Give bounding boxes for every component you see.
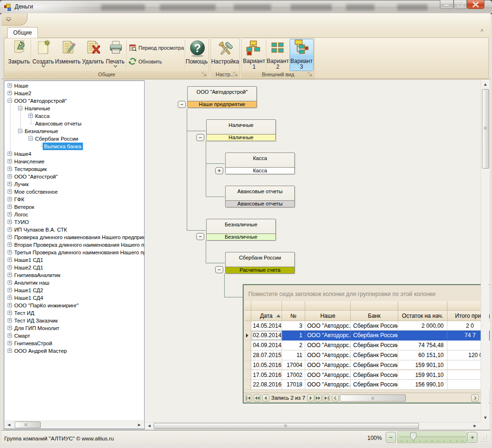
svg-text:?: ? bbox=[194, 42, 201, 54]
